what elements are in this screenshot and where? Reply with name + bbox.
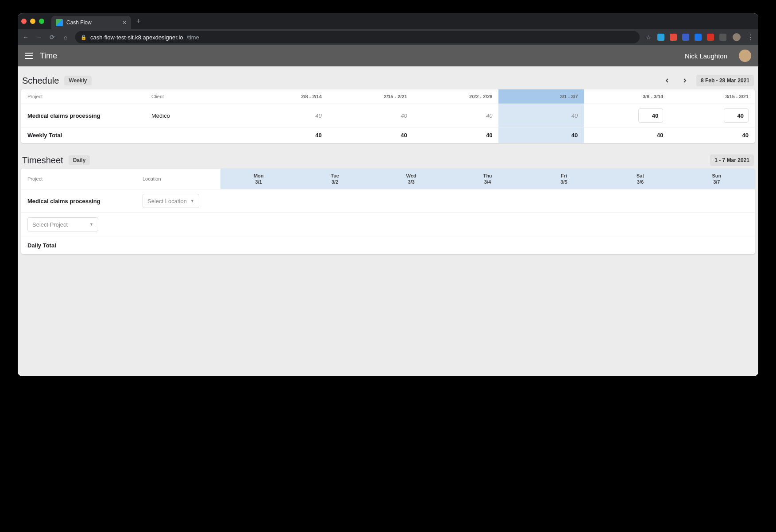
browser-tab[interactable]: Cash Flow ✕	[51, 16, 131, 29]
empty-cell	[679, 213, 755, 236]
empty-cell	[373, 213, 449, 236]
page-content: Schedule Weekly 8 Feb - 28 Mar 2021 Proj…	[18, 66, 758, 376]
location-placeholder: Select Location	[147, 198, 187, 204]
empty-cell	[526, 213, 602, 236]
timesheet-project: Medical claims processing	[21, 189, 136, 213]
url-host: cash-flow-test-sit.k8.apexdesigner.io	[90, 34, 183, 41]
week-header: 3/15 - 3/21	[669, 89, 755, 104]
extension-icon[interactable]	[657, 34, 664, 41]
timesheet-cell[interactable]	[449, 189, 525, 213]
schedule-value-input[interactable]: 40	[638, 108, 663, 123]
window-controls	[21, 19, 44, 24]
week-header: 2/8 - 2/14	[243, 89, 328, 104]
user-avatar[interactable]	[739, 50, 751, 62]
extension-icon[interactable]	[682, 34, 689, 41]
schedule-prev-button[interactable]	[661, 74, 673, 87]
empty-cell	[136, 213, 220, 236]
day-header: Sat3/6	[602, 169, 678, 189]
menu-button[interactable]	[25, 53, 33, 59]
schedule-total: 40	[243, 127, 328, 143]
browser-tabbar: Cash Flow ✕ +	[18, 13, 758, 29]
col-client: Client	[145, 89, 243, 104]
extension-icon[interactable]	[670, 34, 677, 41]
schedule-client: Medico	[145, 104, 243, 127]
extensions-menu-icon[interactable]	[719, 34, 726, 41]
project-select[interactable]: Select Project ▼	[27, 217, 98, 231]
close-window-button[interactable]	[21, 19, 27, 24]
timesheet-total-label: Daily Total	[21, 236, 136, 254]
timesheet-cell[interactable]	[526, 189, 602, 213]
col-location: Location	[136, 169, 220, 189]
maximize-window-button[interactable]	[39, 19, 44, 24]
tab-title: Cash Flow	[66, 19, 92, 26]
timesheet-total	[449, 236, 525, 254]
week-header: 2/15 - 2/21	[328, 89, 413, 104]
timesheet-header: Timesheet Daily 1 - 7 Mar 2021	[21, 150, 755, 169]
home-button[interactable]: ⌂	[62, 34, 69, 41]
forward-button[interactable]: →	[35, 34, 42, 41]
schedule-total: 40	[328, 127, 413, 143]
schedule-mode-chip[interactable]: Weekly	[64, 76, 91, 85]
project-placeholder: Select Project	[32, 221, 68, 228]
day-header: Thu3/4	[449, 169, 525, 189]
schedule-value-input[interactable]: 40	[724, 108, 749, 123]
timesheet-total	[297, 236, 373, 254]
schedule-project: Medical claims processing	[21, 104, 145, 127]
new-tab-button[interactable]: +	[136, 17, 141, 26]
back-button[interactable]: ←	[22, 34, 29, 41]
timesheet-mode-chip[interactable]: Daily	[69, 155, 90, 165]
extension-icon[interactable]	[695, 34, 702, 41]
browser-window: Cash Flow ✕ + ← → ⟳ ⌂ 🔒 cash-flow-test-s…	[18, 13, 758, 376]
col-project: Project	[21, 89, 145, 104]
schedule-total: 40	[669, 127, 755, 143]
empty-cell	[297, 213, 373, 236]
schedule-range[interactable]: 8 Feb - 28 Mar 2021	[696, 75, 754, 86]
schedule-total-current: 40	[498, 127, 584, 143]
timesheet-cell[interactable]	[220, 189, 297, 213]
reload-button[interactable]: ⟳	[49, 34, 56, 41]
schedule-total: 40	[413, 127, 499, 143]
empty-cell	[220, 213, 297, 236]
week-header-current: 3/1 - 3/7	[498, 89, 584, 104]
url-path: /time	[187, 34, 199, 41]
schedule-total-label: Weekly Total	[21, 127, 145, 143]
timesheet-table: Project Location Mon3/1 Tue3/2 Wed3/3 Th…	[21, 169, 755, 254]
extension-icon[interactable]	[707, 34, 714, 41]
schedule-next-button[interactable]	[679, 74, 691, 87]
timesheet-cell[interactable]	[602, 189, 678, 213]
bookmark-icon[interactable]: ☆	[646, 34, 651, 41]
timesheet-project-select-cell: Select Project ▼	[21, 213, 136, 236]
timesheet-heading: Timesheet	[22, 155, 63, 166]
location-select[interactable]: Select Location ▼	[143, 194, 199, 208]
user-name: Nick Laughton	[685, 52, 727, 60]
empty-cell	[449, 213, 525, 236]
lock-icon: 🔒	[81, 35, 87, 40]
profile-avatar[interactable]	[733, 33, 741, 41]
minimize-window-button[interactable]	[30, 19, 35, 24]
schedule-value-current: 40	[498, 104, 584, 127]
schedule-value-input-cell: 40	[669, 104, 755, 127]
col-project: Project	[21, 169, 136, 189]
timesheet-cell[interactable]	[373, 189, 449, 213]
timesheet-range[interactable]: 1 - 7 Mar 2021	[710, 154, 754, 166]
chevron-down-icon: ▼	[89, 222, 93, 227]
tab-favicon	[56, 19, 63, 26]
day-header: Wed3/3	[373, 169, 449, 189]
timesheet-total	[526, 236, 602, 254]
schedule-value: 40	[413, 104, 499, 127]
schedule-value: 40	[328, 104, 413, 127]
address-bar[interactable]: 🔒 cash-flow-test-sit.k8.apexdesigner.io/…	[75, 31, 640, 43]
day-header: Mon3/1	[220, 169, 297, 189]
browser-menu-icon[interactable]: ⋮	[747, 33, 754, 42]
schedule-value-input-cell: 40	[584, 104, 669, 127]
close-tab-icon[interactable]: ✕	[122, 19, 127, 26]
timesheet-cell[interactable]	[679, 189, 755, 213]
schedule-table: Project Client 2/8 - 2/14 2/15 - 2/21 2/…	[21, 89, 755, 143]
week-header: 2/22 - 2/28	[413, 89, 499, 104]
day-header: Tue3/2	[297, 169, 373, 189]
timesheet-card: Project Location Mon3/1 Tue3/2 Wed3/3 Th…	[21, 169, 755, 254]
day-header: Fri3/5	[526, 169, 602, 189]
timesheet-cell[interactable]	[297, 189, 373, 213]
week-header: 3/8 - 3/14	[584, 89, 669, 104]
schedule-value: 40	[243, 104, 328, 127]
